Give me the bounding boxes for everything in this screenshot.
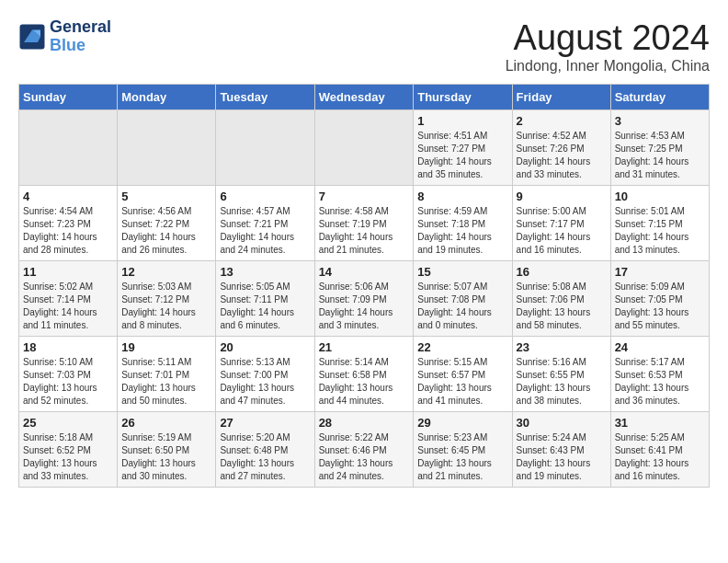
- calendar-week-1: 1Sunrise: 4:51 AM Sunset: 7:27 PM Daylig…: [19, 110, 710, 186]
- calendar-cell: 20Sunrise: 5:13 AM Sunset: 7:00 PM Dayli…: [216, 337, 314, 412]
- calendar-week-4: 18Sunrise: 5:10 AM Sunset: 7:03 PM Dayli…: [19, 337, 710, 412]
- calendar-cell: 15Sunrise: 5:07 AM Sunset: 7:08 PM Dayli…: [414, 261, 512, 337]
- day-info: Sunrise: 5:13 AM Sunset: 7:00 PM Dayligh…: [220, 356, 310, 408]
- logo-icon: [18, 23, 46, 51]
- calendar-cell: 11Sunrise: 5:02 AM Sunset: 7:14 PM Dayli…: [19, 261, 118, 337]
- day-info: Sunrise: 4:59 AM Sunset: 7:18 PM Dayligh…: [417, 205, 507, 257]
- day-info: Sunrise: 5:17 AM Sunset: 6:53 PM Dayligh…: [615, 356, 705, 408]
- page-header: General Blue August 2024 Lindong, Inner …: [18, 18, 710, 75]
- col-saturday: Saturday: [610, 85, 709, 110]
- calendar-cell: 24Sunrise: 5:17 AM Sunset: 6:53 PM Dayli…: [610, 337, 709, 412]
- day-number: 9: [517, 190, 607, 203]
- col-tuesday: Tuesday: [216, 85, 314, 110]
- day-info: Sunrise: 4:57 AM Sunset: 7:21 PM Dayligh…: [220, 205, 310, 257]
- day-number: 31: [615, 416, 705, 430]
- col-sunday: Sunday: [19, 85, 118, 110]
- calendar-cell: 2Sunrise: 4:52 AM Sunset: 7:26 PM Daylig…: [512, 110, 610, 186]
- day-number: 17: [615, 265, 705, 279]
- calendar-cell: 16Sunrise: 5:08 AM Sunset: 7:06 PM Dayli…: [512, 261, 610, 337]
- col-monday: Monday: [118, 85, 216, 110]
- day-info: Sunrise: 5:03 AM Sunset: 7:12 PM Dayligh…: [121, 281, 211, 332]
- day-info: Sunrise: 4:56 AM Sunset: 7:22 PM Dayligh…: [121, 205, 211, 257]
- calendar-cell: 1Sunrise: 4:51 AM Sunset: 7:27 PM Daylig…: [414, 110, 512, 186]
- calendar-cell: 30Sunrise: 5:24 AM Sunset: 6:43 PM Dayli…: [512, 412, 610, 488]
- day-number: 4: [23, 190, 113, 203]
- col-wednesday: Wednesday: [314, 85, 414, 110]
- day-number: 27: [220, 416, 310, 430]
- calendar-cell: 14Sunrise: 5:06 AM Sunset: 7:09 PM Dayli…: [314, 261, 414, 337]
- day-info: Sunrise: 5:16 AM Sunset: 6:55 PM Dayligh…: [517, 356, 607, 408]
- day-info: Sunrise: 5:01 AM Sunset: 7:15 PM Dayligh…: [615, 205, 705, 257]
- day-info: Sunrise: 5:20 AM Sunset: 6:48 PM Dayligh…: [220, 431, 310, 483]
- calendar-cell: 17Sunrise: 5:09 AM Sunset: 7:05 PM Dayli…: [610, 261, 709, 337]
- day-number: 29: [417, 416, 507, 430]
- day-info: Sunrise: 5:19 AM Sunset: 6:50 PM Dayligh…: [121, 431, 211, 483]
- day-info: Sunrise: 5:14 AM Sunset: 6:58 PM Dayligh…: [319, 356, 410, 408]
- calendar-cell: 18Sunrise: 5:10 AM Sunset: 7:03 PM Dayli…: [19, 337, 118, 412]
- day-number: 15: [417, 265, 507, 279]
- day-info: Sunrise: 4:54 AM Sunset: 7:23 PM Dayligh…: [23, 205, 113, 257]
- day-info: Sunrise: 5:08 AM Sunset: 7:06 PM Dayligh…: [517, 281, 607, 332]
- calendar-cell: [118, 110, 216, 186]
- calendar-week-5: 25Sunrise: 5:18 AM Sunset: 6:52 PM Dayli…: [19, 412, 710, 488]
- page-title: August 2024: [506, 18, 710, 58]
- day-info: Sunrise: 5:18 AM Sunset: 6:52 PM Dayligh…: [23, 431, 113, 483]
- day-number: 6: [220, 190, 310, 203]
- calendar-cell: 9Sunrise: 5:00 AM Sunset: 7:17 PM Daylig…: [512, 186, 610, 261]
- logo-text: General Blue: [50, 18, 111, 55]
- calendar-table: Sunday Monday Tuesday Wednesday Thursday…: [18, 84, 710, 488]
- day-info: Sunrise: 5:00 AM Sunset: 7:17 PM Dayligh…: [517, 205, 607, 257]
- day-info: Sunrise: 5:09 AM Sunset: 7:05 PM Dayligh…: [615, 281, 705, 332]
- calendar-cell: 8Sunrise: 4:59 AM Sunset: 7:18 PM Daylig…: [414, 186, 512, 261]
- day-info: Sunrise: 5:25 AM Sunset: 6:41 PM Dayligh…: [615, 431, 705, 483]
- day-number: 1: [417, 114, 507, 128]
- calendar-cell: 5Sunrise: 4:56 AM Sunset: 7:22 PM Daylig…: [118, 186, 216, 261]
- day-number: 16: [517, 265, 607, 279]
- day-number: 11: [23, 265, 113, 279]
- day-number: 24: [615, 340, 705, 354]
- calendar-cell: 25Sunrise: 5:18 AM Sunset: 6:52 PM Dayli…: [19, 412, 118, 488]
- day-number: 18: [23, 340, 113, 354]
- day-info: Sunrise: 5:10 AM Sunset: 7:03 PM Dayligh…: [23, 356, 113, 408]
- day-number: 22: [417, 340, 507, 354]
- calendar-cell: 12Sunrise: 5:03 AM Sunset: 7:12 PM Dayli…: [118, 261, 216, 337]
- calendar-header-row: Sunday Monday Tuesday Wednesday Thursday…: [19, 85, 710, 110]
- day-info: Sunrise: 5:06 AM Sunset: 7:09 PM Dayligh…: [319, 281, 410, 332]
- calendar-cell: 19Sunrise: 5:11 AM Sunset: 7:01 PM Dayli…: [118, 337, 216, 412]
- day-number: 8: [417, 190, 507, 203]
- day-number: 3: [615, 114, 705, 128]
- day-number: 13: [220, 265, 310, 279]
- calendar-cell: [19, 110, 118, 186]
- calendar-cell: 21Sunrise: 5:14 AM Sunset: 6:58 PM Dayli…: [314, 337, 414, 412]
- col-friday: Friday: [512, 85, 610, 110]
- page-subtitle: Lindong, Inner Mongolia, China: [506, 58, 710, 75]
- calendar-cell: [314, 110, 414, 186]
- day-number: 28: [319, 416, 410, 430]
- calendar-cell: 7Sunrise: 4:58 AM Sunset: 7:19 PM Daylig…: [314, 186, 414, 261]
- day-number: 20: [220, 340, 310, 354]
- calendar-cell: 27Sunrise: 5:20 AM Sunset: 6:48 PM Dayli…: [216, 412, 314, 488]
- day-info: Sunrise: 5:15 AM Sunset: 6:57 PM Dayligh…: [417, 356, 507, 408]
- calendar-cell: 28Sunrise: 5:22 AM Sunset: 6:46 PM Dayli…: [314, 412, 414, 488]
- calendar-cell: 31Sunrise: 5:25 AM Sunset: 6:41 PM Dayli…: [610, 412, 709, 488]
- day-number: 5: [121, 190, 211, 203]
- calendar-cell: 6Sunrise: 4:57 AM Sunset: 7:21 PM Daylig…: [216, 186, 314, 261]
- day-info: Sunrise: 4:53 AM Sunset: 7:25 PM Dayligh…: [615, 130, 705, 181]
- calendar-cell: 4Sunrise: 4:54 AM Sunset: 7:23 PM Daylig…: [19, 186, 118, 261]
- day-number: 14: [319, 265, 410, 279]
- day-number: 30: [517, 416, 607, 430]
- logo: General Blue: [18, 18, 111, 55]
- day-number: 23: [517, 340, 607, 354]
- day-number: 21: [319, 340, 410, 354]
- col-thursday: Thursday: [414, 85, 512, 110]
- day-number: 12: [121, 265, 211, 279]
- calendar-cell: 10Sunrise: 5:01 AM Sunset: 7:15 PM Dayli…: [610, 186, 709, 261]
- day-number: 10: [615, 190, 705, 203]
- calendar-week-3: 11Sunrise: 5:02 AM Sunset: 7:14 PM Dayli…: [19, 261, 710, 337]
- day-info: Sunrise: 4:52 AM Sunset: 7:26 PM Dayligh…: [517, 130, 607, 181]
- day-info: Sunrise: 4:58 AM Sunset: 7:19 PM Dayligh…: [319, 205, 410, 257]
- day-info: Sunrise: 5:23 AM Sunset: 6:45 PM Dayligh…: [417, 431, 507, 483]
- day-number: 7: [319, 190, 410, 203]
- calendar-cell: 29Sunrise: 5:23 AM Sunset: 6:45 PM Dayli…: [414, 412, 512, 488]
- day-info: Sunrise: 4:51 AM Sunset: 7:27 PM Dayligh…: [417, 130, 507, 181]
